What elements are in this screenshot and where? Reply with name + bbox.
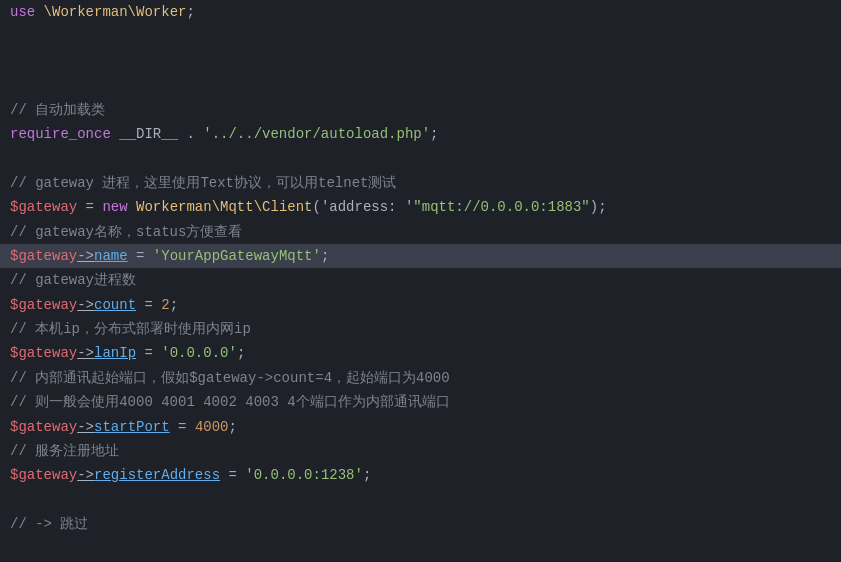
code-token: ->: [77, 245, 94, 267]
code-token: require_once: [10, 123, 111, 145]
code-token: registerAddress: [94, 464, 220, 486]
code-token: count: [94, 294, 136, 316]
code-token: // gateway名称，status方便查看: [10, 221, 242, 243]
code-line: require_once __DIR__ . '../../vendor/aut…: [0, 122, 841, 146]
code-line: // 内部通讯起始端口，假如$gateway->count=4，起始端口为400…: [0, 366, 841, 390]
code-token: __DIR__ .: [111, 123, 203, 145]
code-token: 4000: [195, 416, 229, 438]
code-token: $gateway: [10, 294, 77, 316]
code-token: "mqtt://0.0.0.0:1883": [413, 196, 589, 218]
code-token: new: [102, 196, 127, 218]
code-line: // gateway进程数: [0, 268, 841, 292]
code-token: ;: [237, 342, 245, 364]
code-token: ->: [77, 416, 94, 438]
code-token: 'YourAppGatewayMqtt': [153, 245, 321, 267]
code-token: startPort: [94, 416, 170, 438]
code-token: // -> 跳过: [10, 513, 88, 535]
code-token: ->: [77, 294, 94, 316]
code-line: [0, 488, 841, 512]
code-line: // -> 跳过: [0, 512, 841, 536]
code-token: ;: [228, 416, 236, 438]
code-line: // 本机ip，分布式部署时使用内网ip: [0, 317, 841, 341]
code-token: $gateway: [10, 464, 77, 486]
code-token: 'address: ': [321, 196, 413, 218]
code-line: use \Workerman\Worker;: [0, 0, 841, 24]
code-line: // 自动加载类: [0, 98, 841, 122]
code-line: // 则一般会使用4000 4001 4002 4003 4个端口作为内部通讯端…: [0, 390, 841, 414]
code-token: \Workerman\Worker: [44, 1, 187, 23]
code-token: =: [170, 416, 195, 438]
code-token: $gateway: [10, 196, 77, 218]
code-line: [0, 73, 841, 97]
code-token: // 自动加载类: [10, 99, 105, 121]
code-token: $gateway: [10, 416, 77, 438]
code-line: $gateway->count = 2;: [0, 293, 841, 317]
code-line: $gateway = new Workerman\Mqtt\Client('ad…: [0, 195, 841, 219]
code-token: ;: [430, 123, 438, 145]
code-token: ;: [170, 294, 178, 316]
code-token: name: [94, 245, 128, 267]
code-line: // gateway名称，status方便查看: [0, 220, 841, 244]
code-editor: use \Workerman\Worker; // 自动加载类require_o…: [0, 0, 841, 562]
code-line: [0, 146, 841, 170]
code-token: // gateway进程数: [10, 269, 136, 291]
code-line: // gateway 进程，这里使用Text协议，可以用telnet测试: [0, 171, 841, 195]
code-token: (: [313, 196, 321, 218]
code-token: =: [77, 196, 102, 218]
code-token: use: [10, 1, 44, 23]
code-line: [0, 24, 841, 48]
code-token: Workerman\Mqtt\Client: [128, 196, 313, 218]
code-token: // 本机ip，分布式部署时使用内网ip: [10, 318, 251, 340]
code-token: ->: [77, 342, 94, 364]
code-token: lanIp: [94, 342, 136, 364]
code-token: $gateway: [10, 245, 77, 267]
code-token: '0.0.0.0:1238': [245, 464, 363, 486]
code-token: // 内部通讯起始端口，假如$gateway->count=4，起始端口为400…: [10, 367, 450, 389]
code-token: '../../vendor/autoload.php': [203, 123, 430, 145]
code-token: =: [220, 464, 245, 486]
code-line: [0, 49, 841, 73]
code-line: $gateway->registerAddress = '0.0.0.0:123…: [0, 463, 841, 487]
code-token: // 则一般会使用4000 4001 4002 4003 4个端口作为内部通讯端…: [10, 391, 450, 413]
code-token: ;: [186, 1, 194, 23]
code-token: );: [590, 196, 607, 218]
code-token: 2: [161, 294, 169, 316]
code-line: $gateway->name = 'YourAppGatewayMqtt';: [0, 244, 841, 268]
code-token: ;: [363, 464, 371, 486]
code-line: $gateway->startPort = 4000;: [0, 415, 841, 439]
code-token: // gateway 进程，这里使用Text协议，可以用telnet测试: [10, 172, 396, 194]
code-line: $gateway->lanIp = '0.0.0.0';: [0, 341, 841, 365]
code-token: =: [136, 294, 161, 316]
code-token: ;: [321, 245, 329, 267]
code-token: // 服务注册地址: [10, 440, 119, 462]
code-line: // 服务注册地址: [0, 439, 841, 463]
code-token: '0.0.0.0': [161, 342, 237, 364]
code-token: =: [128, 245, 153, 267]
code-token: =: [136, 342, 161, 364]
code-token: $gateway: [10, 342, 77, 364]
code-token: ->: [77, 464, 94, 486]
